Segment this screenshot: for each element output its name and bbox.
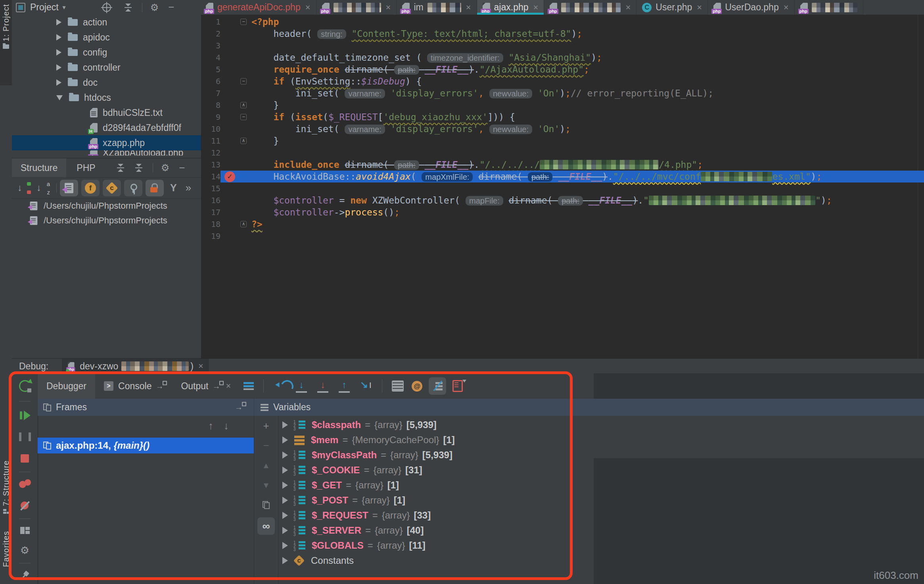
code-line-12[interactable]: 12 [201, 147, 924, 159]
remove-watch-button[interactable]: − [257, 436, 275, 455]
step-into-button[interactable]: ↓ [294, 379, 309, 393]
sort-by-visibility-icon[interactable]: ↓ [17, 182, 31, 194]
tab-close-icon[interactable]: × [784, 2, 789, 13]
gear-icon[interactable]: ⚙ [161, 163, 170, 173]
step-out-button[interactable]: ↑ [337, 379, 351, 393]
editor-tab-censored[interactable]: php [795, 0, 863, 15]
mute-breakpoints-button[interactable] [12, 499, 38, 513]
add-watch-button[interactable]: + [257, 416, 275, 436]
show-constants-button[interactable]: c [103, 180, 121, 196]
gear-icon[interactable]: ⚙ [150, 3, 159, 12]
show-watches-button[interactable]: ∞ [257, 517, 275, 535]
code-line-19[interactable]: 19 [201, 230, 924, 242]
evaluate-expression-icon[interactable] [392, 380, 404, 392]
tree-item-apidoc[interactable]: apidoc [12, 30, 201, 45]
fold-marker[interactable]: − [240, 19, 247, 25]
restore-layout-button[interactable] [12, 523, 38, 538]
code-line-15[interactable]: 15 [201, 182, 924, 194]
code-line-17[interactable]: 17 $controller->process(); [201, 206, 924, 218]
collapse-all-icon[interactable] [135, 164, 142, 172]
editor-tab-generateApiDoc-php[interactable]: phpgenerateApiDoc.php× [200, 0, 316, 15]
variable-row-_GET[interactable]: $_GET={array}[1] [278, 478, 924, 493]
fold-marker[interactable]: ∧ [240, 102, 247, 108]
move-up-button[interactable]: ▲ [257, 455, 275, 475]
collapse-all-icon[interactable] [125, 4, 132, 12]
tab-close-icon[interactable]: × [625, 2, 631, 13]
expand-icon[interactable] [282, 467, 288, 474]
expand-icon[interactable] [282, 542, 288, 549]
watch-method-return-icon[interactable]: @ [412, 381, 422, 392]
tree-item-config[interactable]: config [12, 45, 201, 60]
variable-row-_SERVER[interactable]: $_SERVER={array}[40] [278, 523, 924, 538]
tree-item-xzapp-php[interactable]: phpxzapp.php [12, 135, 201, 150]
move-to-icon[interactable]: → [235, 403, 243, 412]
variable-row-mem[interactable]: $mem={MemoryCachePool}[1] [278, 432, 924, 448]
tree-item-bdhuiCSlzE-txt[interactable]: bdhuiCSlzE.txt [12, 105, 201, 120]
code-line-14[interactable]: 14✓ HackAvoidBase::avoid4Ajax( mapXmlFil… [201, 171, 924, 182]
pin-button[interactable] [12, 568, 38, 582]
run-config-tab[interactable]: php dev-xzwo ) × [62, 359, 209, 374]
frame-navigation-arrows[interactable]: ↑↓ [208, 420, 239, 432]
pause-button[interactable] [12, 430, 38, 444]
code-line-13[interactable]: 13 include_once dirname( path: __FILE__)… [201, 159, 924, 171]
structure-list-item[interactable]: /Users/chujilu/PhpstormProjects [12, 198, 201, 213]
editor-tab-censored[interactable]: php× [544, 0, 636, 15]
expand-icon[interactable] [282, 557, 288, 564]
variable-row-myClassPath[interactable]: $myClassPath={array}[5,939] [278, 448, 924, 463]
editor-tab-User-php[interactable]: CUser.php× [636, 0, 708, 15]
variable-row-GLOBALS[interactable]: $GLOBALS={array}[11] [278, 538, 924, 553]
variable-row-_POST[interactable]: $_POST={array}[1] [278, 493, 924, 508]
fold-marker[interactable]: ∧ [240, 138, 247, 144]
tree-item-htdocs[interactable]: htdocs [12, 90, 201, 105]
tree-item-doc[interactable]: doc [12, 75, 201, 90]
tab-close-icon[interactable]: × [697, 2, 702, 13]
code-line-6[interactable]: 6− if (EnvSetting::$isDebug) { [201, 75, 924, 87]
tree-expand-icon[interactable] [56, 64, 61, 71]
expand-icon[interactable] [282, 451, 288, 459]
fold-marker[interactable]: − [240, 78, 247, 85]
expand-icon[interactable] [282, 421, 288, 428]
stop-button[interactable] [12, 451, 38, 465]
fold-marker[interactable]: − [240, 114, 247, 120]
duplicate-watch-button[interactable] [257, 495, 275, 515]
tree-item-XZappAutoload-php[interactable]: phpXZappAutoload.php [12, 150, 201, 156]
toolwindow-button-structure[interactable]: 7: Structure [0, 460, 12, 526]
variable-row-_REQUEST[interactable]: $_REQUEST={array}[33] [278, 508, 924, 523]
move-to-icon[interactable]: → [212, 382, 220, 391]
code-line-8[interactable]: 8∧ } [201, 99, 924, 111]
tab-output[interactable]: Output → × [172, 373, 240, 399]
tree-item-controller[interactable]: controller [12, 60, 201, 75]
close-icon[interactable]: × [226, 381, 231, 391]
code-line-4[interactable]: 4 date_default_timezone_set ( timezone_i… [201, 52, 924, 63]
force-step-into-button[interactable]: ↓ [316, 379, 330, 393]
sort-alphabetically-icon[interactable]: ↓ az [36, 182, 50, 194]
filter-icon[interactable]: Y [170, 182, 177, 194]
rerun-button[interactable] [12, 379, 38, 393]
settings-button[interactable]: ⚙ [12, 543, 38, 557]
expand-icon[interactable] [282, 527, 288, 534]
code-line-18[interactable]: 18∧?> [201, 218, 924, 230]
tab-close-icon[interactable]: × [466, 2, 471, 13]
frame-row[interactable]: ajax.php:14, {main}() [38, 438, 254, 453]
show-included-files-button[interactable] [60, 180, 78, 196]
tree-expand-icon[interactable] [56, 19, 61, 25]
code-line-10[interactable]: 10 ini_set( varname: 'display_errors', n… [201, 123, 924, 135]
code-line-1[interactable]: 1−<?php [201, 16, 924, 28]
show-fields-button[interactable]: f [81, 180, 100, 196]
code-line-11[interactable]: 11∧ } [201, 135, 924, 147]
tree-item-d289f4ada7ebfdff0f[interactable]: Hd289f4ada7ebfdff0f [12, 120, 201, 135]
tree-expand-icon[interactable] [56, 34, 61, 40]
chevron-down-icon[interactable]: ▾ [63, 4, 66, 11]
tree-expand-icon[interactable] [56, 49, 61, 56]
hide-toolwindow-icon[interactable]: − [168, 3, 174, 12]
tree-item-action[interactable]: action [12, 15, 201, 30]
expand-all-icon[interactable] [117, 164, 124, 172]
tab-debugger[interactable]: Debugger [38, 373, 95, 399]
code-line-5[interactable]: 5 require_once dirname( path: __FILE__).… [201, 63, 924, 75]
editor[interactable]: 1−<?php2 header( string: "Content-Type: … [201, 15, 924, 358]
structure-list-item[interactable]: /Users/chujilu/PhpstormProjects [12, 213, 201, 228]
more-actions-icon[interactable]: » [186, 182, 191, 194]
show-execution-point-icon[interactable] [243, 382, 254, 390]
tab-close-icon[interactable]: × [386, 2, 391, 13]
show-private-button[interactable] [146, 180, 164, 196]
